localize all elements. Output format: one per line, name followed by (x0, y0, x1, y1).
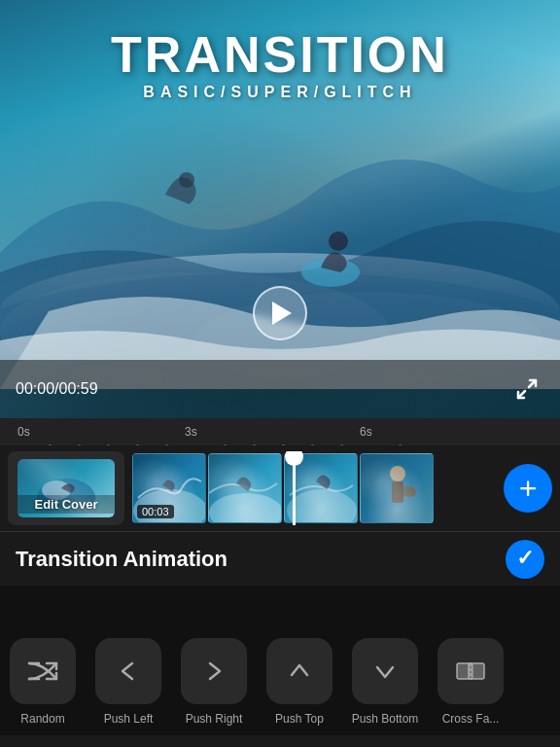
video-bottom-bar: 00:00/00:59 (0, 360, 560, 418)
push-bottom-label: Push Bottom (352, 712, 419, 726)
svg-point-9 (42, 480, 71, 500)
push-right-icon (196, 654, 231, 689)
timeline-ruler: 0s 3s 6s (0, 418, 560, 445)
video-title-sub: BASIC/SUPER/GLITCH (0, 84, 560, 101)
time-display: 00:00/00:59 (16, 380, 98, 398)
clip-thumb-1[interactable]: 00:03 (132, 453, 206, 523)
clip-thumb-4[interactable] (360, 453, 434, 523)
push-right-label: Push Right (186, 712, 243, 726)
playhead[interactable] (293, 451, 296, 525)
cross-fade-icon (453, 654, 488, 689)
push-top-icon-box (266, 638, 332, 704)
push-left-label: Push Left (104, 712, 154, 726)
timeline-area: 0s 3s 6s Edit Cover (0, 418, 560, 531)
video-preview: TRANSITION BASIC/SUPER/GLITCH 00:00/00:5… (0, 0, 560, 418)
timeline-clips-row: Edit Cover 00:03 (0, 445, 560, 531)
transition-option-push-bottom[interactable]: Push Bottom (342, 586, 428, 735)
clip-time-badge: 00:03 (137, 505, 174, 518)
add-clip-icon: + (519, 473, 538, 504)
play-icon (272, 302, 292, 325)
edit-cover-label: Edit Cover (18, 495, 115, 514)
confirm-button[interactable]: ✓ (506, 540, 544, 579)
push-bottom-icon (368, 654, 402, 689)
transition-options-panel: Random Push Left Push Right Push Top (0, 586, 560, 735)
shuffle-icon (25, 654, 60, 689)
transition-option-push-right[interactable]: Push Right (171, 586, 257, 735)
ruler-label-6s: 6s (360, 425, 372, 439)
cross-fade-icon-box (438, 638, 504, 704)
clips-strip: 00:03 (132, 451, 496, 525)
surfer-svg (0, 78, 560, 389)
transition-option-push-top[interactable]: Push Top (257, 586, 342, 735)
play-button[interactable] (253, 286, 307, 340)
fullscreen-button[interactable] (509, 372, 544, 407)
cross-fade-label: Cross Fa... (442, 712, 500, 726)
ruler-label-3s: 3s (185, 425, 197, 439)
push-left-icon (111, 654, 146, 689)
fullscreen-icon (515, 377, 539, 401)
video-title-area: TRANSITION BASIC/SUPER/GLITCH (0, 29, 560, 101)
transition-option-random[interactable]: Random (0, 586, 86, 735)
random-icon-box (10, 638, 76, 704)
clip-thumb-2[interactable] (208, 453, 282, 523)
svg-point-5 (179, 172, 194, 188)
video-title-main: TRANSITION (0, 29, 560, 80)
svg-point-8 (37, 479, 95, 508)
svg-rect-15 (392, 481, 403, 503)
push-top-label: Push Top (275, 712, 324, 726)
ruler-label-0s: 0s (18, 425, 30, 439)
svg-point-4 (329, 231, 348, 251)
random-label: Random (20, 712, 64, 726)
transition-option-cross-fade[interactable]: Cross Fa... (428, 586, 513, 735)
push-right-icon-box (181, 638, 247, 704)
svg-point-12 (287, 489, 357, 523)
checkmark-icon: ✓ (516, 546, 534, 571)
push-left-icon-box (95, 638, 161, 704)
push-top-icon (282, 654, 317, 689)
push-bottom-icon-box (352, 638, 418, 704)
edit-cover-button[interactable]: Edit Cover (8, 451, 124, 525)
svg-point-11 (209, 493, 282, 523)
add-clip-button[interactable]: + (504, 464, 552, 513)
edit-cover-thumbnail: Edit Cover (18, 459, 115, 517)
transition-header: Transition Animation ✓ (0, 531, 560, 586)
svg-rect-13 (361, 454, 434, 523)
transition-option-push-left[interactable]: Push Left (86, 586, 171, 735)
transition-panel-title: Transition Animation (16, 547, 228, 572)
svg-point-14 (390, 466, 405, 481)
